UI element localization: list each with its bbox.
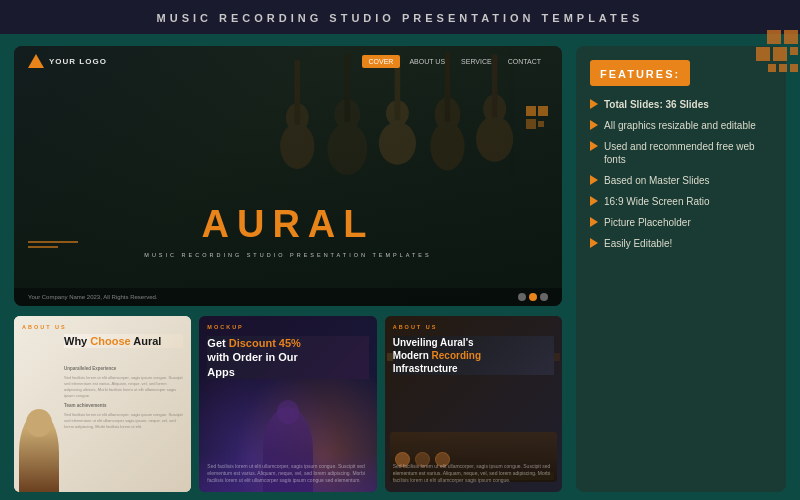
feature-label: All graphics resizable and editable: [604, 119, 756, 132]
deco-sq: [779, 64, 787, 72]
card-label: ABOUT US: [22, 324, 67, 330]
deco-sq: [790, 47, 798, 55]
deco-sq: [784, 30, 798, 44]
deco-line: [28, 241, 78, 243]
svg-point-3: [328, 123, 368, 174]
card-body: Sed facilisis lorem ut elit ullamcorper,…: [393, 463, 554, 484]
feature-label: Total Slides: 36 Slides: [604, 98, 709, 111]
card-infrastructure: ABOUT US Unveiling Aural'sModern Recordi…: [385, 316, 562, 492]
brand-subtitle: MUSIC RECORDING STUDIO PRESENTATION TEMP…: [14, 252, 562, 258]
menu-item-service[interactable]: SERVICE: [454, 55, 499, 68]
deco-sq: [756, 47, 770, 61]
menu-item-cover[interactable]: COVER: [362, 55, 401, 68]
right-panel: FEATURES: Total Slides: 36 Slides All gr…: [576, 46, 786, 492]
feature-item-master: Based on Master Slides: [590, 174, 772, 187]
card-apps: MOCKUP Get Discount 45%with Order in Our…: [199, 316, 376, 492]
deco-sq: [790, 64, 798, 72]
feature-item-ratio: 16:9 Wide Screen Ratio: [590, 195, 772, 208]
arrow-icon: [590, 175, 598, 185]
card-title: Unveiling Aural'sModern RecordingInfrast…: [393, 336, 554, 375]
feature-label: 16:9 Wide Screen Ratio: [604, 195, 710, 208]
preview-menu: COVER ABOUT US SERVICE CONTACT: [362, 55, 548, 68]
feature-label: Easily Editable!: [604, 237, 672, 250]
brand-name: AURAL: [14, 203, 562, 246]
preview-logo: YOUR LOGO: [28, 54, 107, 68]
deco-sq: [773, 47, 787, 61]
top-title-bar: MUSIC RECORDING STUDIO PRESENTATION TEMP…: [0, 0, 800, 34]
feature-label: Picture Placeholder: [604, 216, 691, 229]
feature-item-graphics: All graphics resizable and editable: [590, 119, 772, 132]
card-title: Get Discount 45%with Order in OurApps: [207, 336, 368, 379]
feature-label: Used and recommended free web fonts: [604, 140, 772, 166]
card-why-aural: ABOUT US Why Choose Aural Unparalleled E…: [14, 316, 191, 492]
page-title: MUSIC RECORDING STUDIO PRESENTATION TEMP…: [157, 12, 644, 24]
deco-sq: [767, 30, 781, 44]
feature-label: Based on Master Slides: [604, 174, 710, 187]
logo-text: YOUR LOGO: [49, 57, 107, 66]
arrow-icon: [590, 99, 598, 109]
card-body: Sed facilisis lorem ut elit ullamcorper,…: [207, 463, 368, 484]
deco-line: [28, 246, 58, 248]
arrow-icon: [590, 141, 598, 151]
features-title-badge: FEATURES:: [590, 60, 690, 86]
menu-item-about[interactable]: ABOUT US: [402, 55, 452, 68]
preview-card: YOUR LOGO COVER ABOUT US SERVICE CONTACT…: [14, 46, 562, 306]
logo-icon: [28, 54, 44, 68]
arrow-icon: [590, 238, 598, 248]
card-title: Why Choose Aural: [64, 334, 183, 348]
deco-sq: [768, 64, 776, 72]
arrow-icon: [590, 217, 598, 227]
left-panel: YOUR LOGO COVER ABOUT US SERVICE CONTACT…: [14, 46, 562, 492]
features-card: FEATURES: Total Slides: 36 Slides All gr…: [576, 46, 786, 492]
pagination-dots: [518, 293, 548, 301]
feature-item-slides: Total Slides: 36 Slides: [590, 98, 772, 111]
features-heading: FEATURES:: [600, 68, 680, 80]
feature-item-fonts: Used and recommended free web fonts: [590, 140, 772, 166]
arrow-icon: [590, 196, 598, 206]
menu-item-contact[interactable]: CONTACT: [501, 55, 548, 68]
svg-point-6: [379, 122, 416, 165]
dot: [518, 293, 526, 301]
footer-copyright: Your Company Name 2023, All Rights Reser…: [28, 294, 158, 300]
decorative-squares: [756, 30, 800, 72]
bottom-cards: ABOUT US Why Choose Aural Unparalleled E…: [14, 316, 562, 492]
preview-inner: YOUR LOGO COVER ABOUT US SERVICE CONTACT…: [14, 46, 562, 306]
arrow-icon: [590, 120, 598, 130]
dot: [540, 293, 548, 301]
feature-item-editable: Easily Editable!: [590, 237, 772, 250]
feature-item-placeholder: Picture Placeholder: [590, 216, 772, 229]
main-content: YOUR LOGO COVER ABOUT US SERVICE CONTACT…: [0, 34, 800, 500]
dot-active: [529, 293, 537, 301]
